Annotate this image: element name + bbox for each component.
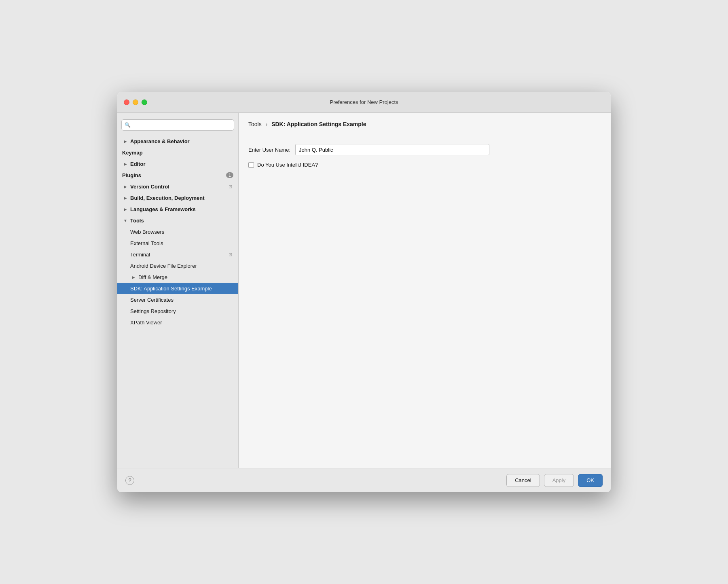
copy-icon: ⊡ [227,183,233,190]
window-title: Preferences for New Projects [330,99,398,105]
intellij-checkbox[interactable] [248,162,254,168]
sidebar-item-keymap[interactable]: Keymap [117,147,238,158]
sidebar-item-label: Version Control [130,184,227,190]
copy-icon: ⊡ [227,251,233,258]
sidebar-item-xpath-viewer[interactable]: XPath Viewer [117,317,238,328]
sidebar-item-sdk-app-settings[interactable]: SDK: Application Settings Example [117,283,238,294]
minimize-button[interactable] [133,99,138,105]
sidebar-item-label: Diff & Merge [138,274,233,280]
content-area: 🔍 ▶ Appearance & Behavior Keymap ▶ Edito… [117,113,611,468]
sidebar-item-label: Web Browsers [130,229,233,235]
sidebar-item-appearance-behavior[interactable]: ▶ Appearance & Behavior [117,135,238,147]
ok-button[interactable]: OK [578,474,603,487]
plugins-badge: 1 [226,172,233,178]
sidebar-item-label: Keymap [122,150,233,156]
sidebar: 🔍 ▶ Appearance & Behavior Keymap ▶ Edito… [117,113,239,468]
breadcrumb: Tools › SDK: Application Settings Exampl… [248,121,601,127]
sidebar-item-label: XPath Viewer [130,320,233,326]
sidebar-item-tools[interactable]: ▼ Tools [117,215,238,226]
sidebar-item-external-tools[interactable]: External Tools [117,237,238,249]
sidebar-item-android-device[interactable]: Android Device File Explorer [117,260,238,271]
sidebar-item-languages[interactable]: ▶ Languages & Frameworks [117,203,238,215]
username-input[interactable] [295,144,489,155]
sidebar-item-label: Languages & Frameworks [130,206,233,212]
breadcrumb-current: SDK: Application Settings Example [271,121,366,127]
sidebar-item-plugins[interactable]: Plugins 1 [117,169,238,181]
sidebar-item-version-control[interactable]: ▶ Version Control ⊡ [117,181,238,192]
sidebar-item-label: Settings Repository [130,308,233,314]
checkbox-label: Do You Use IntelliJ IDEA? [257,162,318,168]
footer-buttons: Cancel Apply OK [506,474,603,487]
traffic-lights [124,99,147,105]
sidebar-item-label: SDK: Application Settings Example [130,286,233,292]
form-area: Enter User Name: Do You Use IntelliJ IDE… [239,134,611,178]
apply-button[interactable]: Apply [544,474,574,487]
help-button[interactable]: ? [125,476,134,485]
search-input[interactable] [121,119,234,131]
titlebar: Preferences for New Projects [117,92,611,113]
chevron-icon: ▶ [122,195,129,201]
breadcrumb-parent: Tools [248,121,262,127]
main-panel: Tools › SDK: Application Settings Exampl… [239,113,611,468]
username-row: Enter User Name: [248,144,601,155]
sidebar-item-settings-repository[interactable]: Settings Repository [117,305,238,317]
sidebar-item-editor[interactable]: ▶ Editor [117,158,238,169]
sidebar-item-label: External Tools [130,240,233,246]
breadcrumb-separator: › [266,121,268,127]
sidebar-item-label: Server Certificates [130,297,233,303]
sidebar-item-label: Android Device File Explorer [130,263,233,269]
close-button[interactable] [124,99,129,105]
chevron-icon: ▶ [122,183,129,190]
sidebar-item-terminal[interactable]: Terminal ⊡ [117,249,238,260]
sidebar-item-label: Terminal [130,252,227,258]
search-wrapper: 🔍 [121,119,234,131]
sidebar-item-diff-merge[interactable]: ▶ Diff & Merge [117,271,238,283]
sidebar-item-server-certificates[interactable]: Server Certificates [117,294,238,305]
chevron-icon: ▶ [122,206,129,212]
sidebar-item-build-execution[interactable]: ▶ Build, Execution, Deployment [117,192,238,203]
search-container: 🔍 [117,116,238,135]
sidebar-item-web-browsers[interactable]: Web Browsers [117,226,238,237]
chevron-down-icon: ▼ [122,217,129,224]
sidebar-item-label: Plugins [122,172,224,178]
cancel-button[interactable]: Cancel [506,474,540,487]
sidebar-item-label: Tools [130,218,233,224]
maximize-button[interactable] [142,99,147,105]
footer: ? Cancel Apply OK [117,468,611,492]
chevron-icon: ▶ [122,161,129,167]
preferences-window: Preferences for New Projects 🔍 ▶ Appeara… [117,92,611,492]
username-label: Enter User Name: [248,147,290,153]
sidebar-item-label: Editor [130,161,233,167]
checkbox-row: Do You Use IntelliJ IDEA? [248,162,601,168]
sidebar-item-label: Build, Execution, Deployment [130,195,233,201]
chevron-icon: ▶ [122,138,129,144]
sidebar-item-label: Appearance & Behavior [130,138,233,144]
chevron-icon: ▶ [130,274,137,280]
main-header: Tools › SDK: Application Settings Exampl… [239,113,611,134]
search-icon: 🔍 [125,122,131,128]
